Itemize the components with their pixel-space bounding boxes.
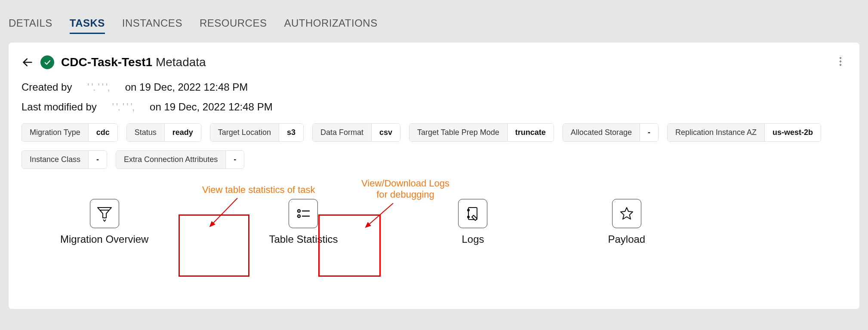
chip: Target Table Prep Modetruncate — [409, 123, 554, 142]
chip: Migration Typecdc — [22, 123, 118, 142]
chip-value: ready — [165, 124, 201, 141]
task-name: CDC-Task-Test1 — [61, 55, 152, 69]
action-label: Table Statistics — [269, 233, 338, 245]
back-arrow-icon[interactable] — [22, 56, 34, 68]
task-panel: CDC-Task-Test1 Metadata Created by ' '. … — [9, 43, 859, 309]
chip-label: Allocated Storage — [563, 124, 640, 141]
annotation-logs-line1: View/Download Logs — [361, 178, 449, 189]
tab-instances[interactable]: INSTANCES — [122, 17, 182, 34]
action-label: Payload — [608, 233, 645, 245]
list-icon — [289, 199, 318, 228]
action-migration-overview[interactable]: Migration Overview — [60, 199, 148, 245]
logs-icon — [458, 199, 487, 228]
chip: Replication Instance AZus-west-2b — [667, 123, 821, 142]
more-menu-icon[interactable] — [834, 55, 846, 67]
modified-prefix: Last modified by — [22, 101, 97, 113]
actions-row: Migration Overview Table Statistics — [22, 199, 846, 245]
svg-point-7 — [298, 215, 300, 217]
chip-value: - — [226, 151, 244, 168]
chip-label: Instance Class — [22, 151, 89, 168]
annotation-table-stats: View table statistics of task — [202, 184, 315, 196]
created-prefix: Created by — [22, 81, 72, 93]
chips-row: Migration TypecdcStatusreadyTarget Locat… — [22, 123, 846, 169]
modified-user: ' '. ' ' ', — [99, 101, 147, 113]
chip-value: us-west-2b — [765, 124, 821, 141]
tab-tasks[interactable]: TASKS — [70, 17, 105, 34]
panel-header: CDC-Task-Test1 Metadata — [22, 55, 846, 69]
svg-point-11 — [468, 216, 469, 218]
chip-label: Target Location — [210, 124, 279, 141]
tab-bar: DETAILS TASKS INSTANCES RESOURCES AUTHOR… — [0, 0, 868, 43]
chip: Extra Connection Attributes- — [116, 150, 244, 169]
annotation-logs-line2: for debugging — [376, 189, 434, 200]
chip-label: Target Table Prep Mode — [409, 124, 508, 141]
chip-value: csv — [372, 124, 400, 141]
created-suffix: on 19 Dec, 2022 12:48 PM — [125, 81, 248, 93]
action-logs[interactable]: Logs — [458, 199, 487, 245]
action-label: Migration Overview — [60, 233, 148, 245]
title-suffix: Metadata — [156, 55, 206, 69]
chip-value: truncate — [508, 124, 554, 141]
modified-by-line: Last modified by ' '. ' ' ', on 19 Dec, … — [22, 101, 846, 113]
chip: Statusready — [126, 123, 201, 142]
modified-suffix: on 19 Dec, 2022 12:48 PM — [150, 101, 273, 113]
chip-value: cdc — [89, 124, 117, 141]
svg-point-10 — [468, 209, 469, 211]
svg-point-5 — [298, 210, 300, 212]
chip-label: Replication Instance AZ — [668, 124, 765, 141]
created-by-line: Created by ' '. ' ' ', on 19 Dec, 2022 1… — [22, 81, 846, 93]
star-icon — [612, 199, 641, 228]
chip-value: s3 — [279, 124, 303, 141]
tab-details[interactable]: DETAILS — [9, 17, 52, 34]
action-payload[interactable]: Payload — [608, 199, 645, 245]
chip-value: - — [89, 151, 107, 168]
chip-label: Extra Connection Attributes — [116, 151, 226, 168]
chip-label: Status — [127, 124, 165, 141]
created-user: ' '. ' ' ', — [75, 81, 122, 93]
chip: Target Locations3 — [210, 123, 304, 142]
annotation-logs: View/Download Logs for debugging — [361, 178, 449, 200]
chip-label: Migration Type — [22, 124, 89, 141]
page-title: CDC-Task-Test1 Metadata — [61, 55, 206, 69]
chip-label: Data Format — [313, 124, 372, 141]
action-table-statistics[interactable]: Table Statistics — [269, 199, 338, 245]
tab-authorizations[interactable]: AUTHORIZATIONS — [284, 17, 377, 34]
action-label: Logs — [462, 233, 484, 245]
chip: Instance Class- — [22, 150, 107, 169]
svg-marker-3 — [98, 208, 111, 218]
chip-value: - — [640, 124, 658, 141]
status-check-icon — [40, 55, 54, 69]
funnel-icon — [90, 199, 119, 228]
tab-resources[interactable]: RESOURCES — [200, 17, 267, 34]
chip: Allocated Storage- — [563, 123, 659, 142]
chip: Data Formatcsv — [312, 123, 400, 142]
